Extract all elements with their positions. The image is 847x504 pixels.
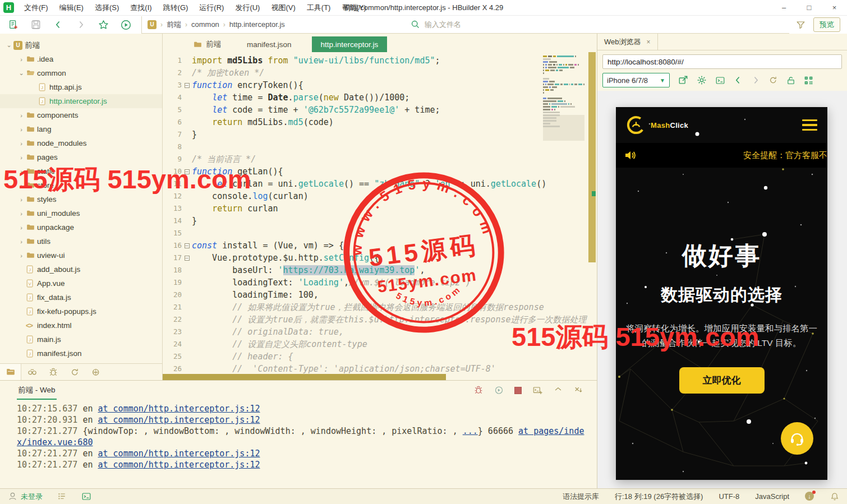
customer-service-button[interactable] (781, 422, 813, 455)
tree-item-main.js[interactable]: Jmain.js (0, 332, 162, 346)
file-search-input[interactable]: 输入文件名 (405, 16, 789, 34)
code-line[interactable]: 13 return curlan (163, 202, 597, 215)
close-button[interactable]: × (822, 0, 847, 15)
code-line[interactable]: 1import md5Libs from "uview-ui/libs/func… (163, 54, 597, 67)
tree-item-manifest.json[interactable]: Jmanifest.json (0, 346, 162, 360)
code-line[interactable]: 23 // originalData: true, (163, 326, 597, 338)
tree-item-static[interactable]: ›static (0, 164, 162, 178)
sidebar-view-binoculars[interactable] (21, 364, 43, 381)
code-line[interactable]: 2/* 加密token */ (163, 67, 597, 79)
scrollbar-thumb[interactable] (588, 52, 596, 262)
code-line[interactable]: 16–const install = (Vue, vm) => { (163, 239, 597, 252)
console-tab[interactable]: 前端 - Web (17, 381, 57, 400)
language-mode[interactable]: JavaScript (755, 492, 789, 501)
refresh-icon[interactable] (768, 76, 778, 85)
code-line[interactable]: 15 (163, 227, 597, 239)
menu-item[interactable]: 编辑(E) (54, 1, 89, 15)
tree-item-fix-kefu-popups.js[interactable]: Jfix-kefu-popups.js (0, 304, 162, 318)
menu-item[interactable]: 选择(S) (89, 1, 125, 15)
menu-item[interactable]: 发行(U) (229, 1, 265, 15)
tree-item-fix-data.js[interactable]: Jfix_data.js (0, 290, 162, 304)
tree-item-pages[interactable]: ›pages (0, 150, 162, 164)
sidebar-view-refresh[interactable] (64, 364, 85, 381)
tree-item-components[interactable]: ›components (0, 108, 162, 122)
editor-tab---[interactable]: 前端 (187, 36, 227, 52)
code-line[interactable]: 7} (163, 128, 597, 141)
fold-toggle-icon[interactable]: – (185, 83, 190, 88)
url-input[interactable]: http://localhost:8080/#/ (602, 54, 842, 69)
sidebar-view-files[interactable] (0, 364, 21, 381)
bell-icon[interactable] (830, 492, 839, 501)
tree-item-lang[interactable]: ›lang (0, 122, 162, 136)
tree-item-uview-ui[interactable]: ›uview-ui (0, 248, 162, 262)
tree-item-unpackage[interactable]: ›unpackage (0, 220, 162, 234)
terminal-icon[interactable] (81, 492, 91, 501)
sidebar-view-cloud[interactable] (85, 364, 107, 381)
log-link[interactable]: at common/http.interceptor.js:12 (98, 460, 260, 470)
code-line[interactable]: 9/* 当前语言 */ (163, 153, 597, 165)
code-line[interactable]: 10–function getLan(){ (163, 165, 597, 178)
code-line[interactable]: 24 // 设置自定义头部content-type (163, 338, 597, 350)
code-line[interactable]: 8 (163, 141, 597, 153)
browser-tab[interactable]: Web浏览器 × (597, 34, 658, 50)
back-icon[interactable] (53, 19, 64, 30)
tree-item-add-about.js[interactable]: Jadd_about.js (0, 262, 162, 276)
maximize-button[interactable]: □ (797, 0, 822, 15)
save-icon[interactable] (30, 19, 42, 30)
device-selector[interactable]: iPhone 6/7/8▼ (602, 73, 670, 87)
menu-item[interactable]: 工具(T) (301, 1, 337, 15)
tree-item-uni-modules[interactable]: ›uni_modules (0, 206, 162, 220)
tree-item-utils[interactable]: ›utils (0, 234, 162, 248)
collapse-icon[interactable] (554, 386, 563, 394)
cursor-position[interactable]: 行:18 列:19 (26字符被选择) (615, 492, 703, 502)
minimap[interactable] (543, 56, 584, 128)
editor-horizontal-scrollbar[interactable] (163, 374, 446, 380)
terminal-add-icon[interactable] (532, 386, 543, 395)
tree-item-store[interactable]: ›store (0, 178, 162, 192)
run-icon[interactable] (120, 19, 131, 30)
menu-item[interactable]: 帮助(Y) (336, 1, 371, 15)
menu-item[interactable]: 文件(F) (19, 1, 54, 15)
restart-icon[interactable] (494, 386, 504, 395)
tree-item-app.vue[interactable]: VApp.vue (0, 276, 162, 290)
close-icon[interactable]: × (647, 38, 651, 46)
unlock-icon[interactable] (786, 76, 795, 85)
tree-item-index.html[interactable]: <>index.html (0, 318, 162, 332)
bug-red-icon[interactable] (473, 386, 484, 395)
tree-item-common[interactable]: ⌄common (0, 66, 162, 80)
preview-button[interactable]: 预览 (813, 17, 840, 32)
qrcode-icon[interactable] (804, 76, 813, 85)
hamburger-menu-icon[interactable] (802, 119, 817, 131)
login-status[interactable]: 未登录 (8, 492, 43, 502)
menu-item[interactable]: 视图(V) (265, 1, 301, 15)
log-link[interactable]: at common/http.interceptor.js:12 (98, 448, 260, 459)
editor-tab-manifest.json[interactable]: manifest.json (241, 36, 297, 52)
fold-toggle-icon[interactable]: – (185, 243, 190, 248)
forward-icon[interactable] (751, 76, 760, 85)
code-line[interactable]: 19 loadingText: 'Loading',//vm.$t('loadm… (163, 276, 597, 289)
update-icon[interactable]: ↓ (805, 492, 814, 501)
menu-item[interactable]: 跳转(G) (158, 1, 194, 15)
code-line[interactable]: 5 let code = time + '@62b7c5572a99ee1@' … (163, 104, 597, 116)
gear-icon[interactable] (697, 75, 707, 85)
breadcrumb-item[interactable]: http.interceptor.js (229, 20, 285, 29)
breadcrumb-item[interactable]: common (191, 20, 219, 29)
code-line[interactable]: 26 // 'Content-Type': 'application/json;… (163, 363, 597, 375)
forward-icon[interactable] (75, 19, 86, 30)
code-line[interactable]: 25 // header: { (163, 350, 597, 363)
code-line[interactable]: 20 loadingTime: 100, (163, 289, 597, 301)
tree-item-http.interceptor.js[interactable]: Jhttp.interceptor.js (0, 94, 162, 108)
editor-vertical-scrollbar[interactable] (587, 52, 597, 380)
code-line[interactable]: 17– Vue.prototype.$u.http.setConfig({ (163, 252, 597, 264)
code-line[interactable]: 11 let curlan = uni.getLocale() == "zh-H… (163, 178, 597, 190)
back-icon[interactable] (734, 76, 743, 85)
fold-toggle-icon[interactable]: – (185, 169, 190, 174)
code-line[interactable]: 3–function encryToken(){ (163, 79, 597, 91)
outline-list-icon[interactable] (57, 492, 67, 501)
code-area[interactable]: 1import md5Libs from "uview-ui/libs/func… (163, 52, 597, 380)
star-icon[interactable] (98, 19, 109, 30)
tree-item-project[interactable]: ⌄U前端 (0, 38, 162, 52)
clear-icon[interactable] (573, 386, 583, 395)
minimize-button[interactable]: – (771, 0, 797, 15)
filter-icon[interactable] (796, 20, 805, 30)
